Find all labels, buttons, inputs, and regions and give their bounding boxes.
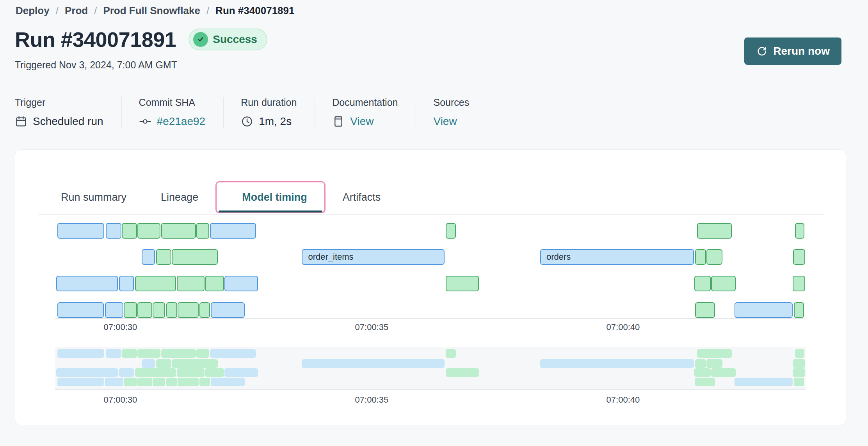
tab-model-timing[interactable]: Model timing (242, 191, 307, 203)
timing-bar-orders[interactable] (540, 359, 694, 368)
timing-bar[interactable] (156, 249, 171, 265)
timing-bar[interactable] (124, 378, 137, 386)
timing-bar[interactable] (137, 223, 160, 239)
timing-bar[interactable] (57, 223, 104, 239)
meta-trigger: Trigger Scheduled run (15, 97, 121, 128)
timing-bar[interactable] (137, 302, 152, 318)
timing-bar[interactable] (196, 223, 209, 239)
timing-bar[interactable] (735, 302, 792, 318)
timing-bar[interactable] (794, 378, 804, 386)
timing-bar[interactable] (211, 302, 244, 318)
timing-bar[interactable] (199, 378, 210, 386)
timing-bar[interactable] (172, 359, 218, 368)
timing-bar[interactable] (153, 378, 165, 386)
timing-bar[interactable] (446, 368, 479, 377)
timing-bar[interactable] (694, 368, 710, 377)
timing-bar[interactable] (711, 368, 736, 377)
timing-bar[interactable] (446, 276, 479, 291)
axis-tick-label: 07:00:35 (355, 322, 389, 332)
timing-bar[interactable] (793, 276, 805, 291)
timing-bar[interactable] (695, 302, 715, 318)
timing-bar[interactable] (706, 249, 722, 265)
timing-bar[interactable] (124, 302, 137, 318)
timing-bar[interactable] (57, 378, 103, 386)
timing-bar[interactable] (137, 349, 160, 358)
timing-bar[interactable] (106, 349, 121, 358)
timing-bar[interactable] (205, 368, 224, 377)
timing-bar-order_items[interactable] (302, 359, 445, 368)
timing-bar[interactable] (56, 368, 118, 377)
breadcrumb-job[interactable]: Prod Full Snowflake (103, 5, 200, 17)
tab-lineage[interactable]: Lineage (161, 191, 198, 203)
timing-bar[interactable] (224, 276, 258, 291)
timing-bar[interactable] (135, 368, 176, 377)
active-tab-underline (219, 211, 322, 212)
timing-bar[interactable] (697, 349, 732, 358)
sources-view-link[interactable]: View (433, 115, 457, 128)
timing-bar[interactable] (156, 359, 171, 368)
timing-bar[interactable] (711, 276, 736, 291)
timing-bar[interactable] (224, 368, 258, 377)
timing-bar[interactable] (178, 378, 199, 386)
timing-bar[interactable] (122, 223, 137, 239)
triggered-timestamp: Triggered Nov 3, 2024, 7:00 AM GMT (15, 59, 177, 71)
timing-bar-orders[interactable]: orders (540, 249, 694, 265)
timing-bar[interactable] (142, 249, 155, 265)
commit-sha-link[interactable]: #e21ae92 (157, 115, 206, 128)
timing-bar[interactable] (161, 349, 196, 358)
timing-bar[interactable] (56, 276, 118, 291)
timing-bar-order_items[interactable]: order_items (302, 249, 445, 265)
timing-bar[interactable] (122, 349, 137, 358)
timing-bar[interactable] (446, 349, 456, 358)
tab-run-summary[interactable]: Run summary (61, 191, 126, 203)
breadcrumb-prod[interactable]: Prod (65, 5, 88, 17)
timing-bar[interactable] (793, 249, 805, 265)
timing-bar[interactable] (137, 378, 152, 386)
timing-bar[interactable] (153, 302, 165, 318)
timing-bar[interactable] (795, 223, 804, 239)
timing-bar[interactable] (142, 359, 155, 368)
rerun-now-label: Rerun now (773, 45, 830, 57)
timing-bar[interactable] (105, 378, 124, 386)
timing-bar[interactable] (793, 359, 805, 368)
timing-bar[interactable] (177, 368, 205, 377)
timing-bar[interactable] (695, 359, 706, 368)
timing-bar[interactable] (161, 223, 196, 239)
breadcrumb-deploy[interactable]: Deploy (16, 5, 50, 17)
timing-bar[interactable] (177, 276, 205, 291)
timing-bar[interactable] (166, 378, 177, 386)
rerun-now-button[interactable]: Rerun now (744, 37, 841, 65)
timing-bar[interactable] (446, 223, 456, 239)
title-row: Run #340071891 Success (15, 27, 267, 52)
timing-bar[interactable] (196, 349, 209, 358)
divider (315, 97, 315, 128)
timing-bar[interactable] (695, 249, 706, 265)
timing-bar[interactable] (105, 302, 124, 318)
timing-bar[interactable] (199, 302, 210, 318)
tab-artifacts[interactable]: Artifacts (343, 191, 381, 203)
documentation-view-link[interactable]: View (350, 115, 374, 128)
timing-bar[interactable] (210, 349, 256, 358)
timing-bar[interactable] (178, 302, 199, 318)
timing-bar[interactable] (793, 368, 805, 377)
timing-bar[interactable] (211, 378, 244, 386)
timing-bar[interactable] (210, 223, 256, 239)
timing-bar[interactable] (57, 302, 103, 318)
timing-bar[interactable] (119, 368, 134, 377)
timing-bar[interactable] (172, 249, 218, 265)
timing-bar[interactable] (695, 378, 715, 386)
timing-bar[interactable] (166, 302, 177, 318)
timing-bar[interactable] (697, 223, 732, 239)
timing-bar[interactable] (106, 223, 121, 239)
timing-bar[interactable] (119, 276, 134, 291)
timing-bar[interactable] (135, 276, 176, 291)
x-axis-line (55, 318, 806, 319)
timing-bar[interactable] (57, 349, 104, 358)
timing-bar[interactable] (795, 349, 804, 358)
timing-bar[interactable] (706, 359, 722, 368)
timing-bar[interactable] (735, 378, 792, 386)
timing-bar[interactable] (794, 302, 804, 318)
meta-label: Trigger (15, 97, 103, 108)
timing-bar[interactable] (694, 276, 710, 291)
timing-bar[interactable] (205, 276, 224, 291)
